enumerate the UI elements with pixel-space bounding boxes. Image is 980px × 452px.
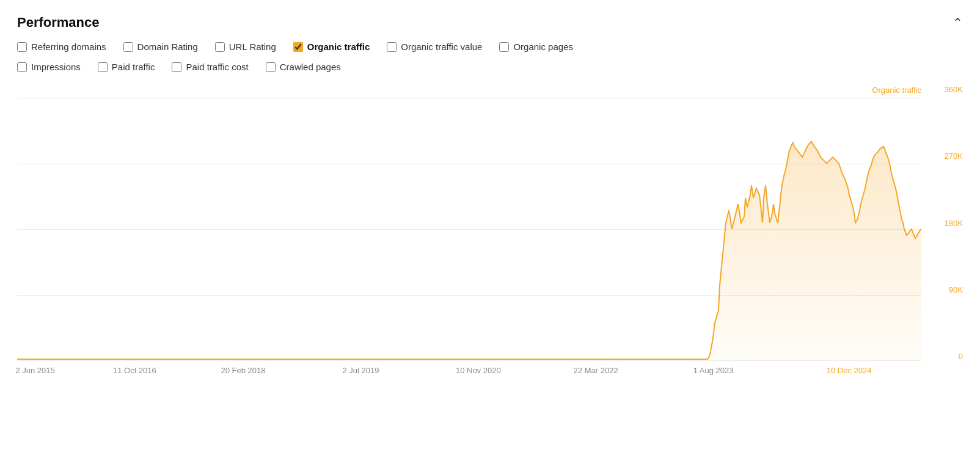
checkbox-label-domain-rating: Domain Rating xyxy=(137,42,198,52)
chart-area-fill xyxy=(17,142,921,360)
checkbox-item-organic-traffic[interactable]: Organic traffic xyxy=(293,42,370,52)
checkbox-item-organic-traffic-value[interactable]: Organic traffic value xyxy=(387,42,482,52)
y-label-270k: 270K xyxy=(945,152,963,160)
checkbox-item-paid-traffic-cost[interactable]: Paid traffic cost xyxy=(172,62,248,72)
x-label-jul2019: 2 Jul 2019 xyxy=(342,366,379,375)
checkbox-item-organic-pages[interactable]: Organic pages xyxy=(499,42,573,52)
checkbox-organic-pages[interactable] xyxy=(499,42,509,52)
chart-x-axis: 2 Jun 2015 11 Oct 2016 20 Feb 2018 2 Jul… xyxy=(17,362,921,379)
checkbox-referring-domains[interactable] xyxy=(17,42,27,52)
checkbox-organic-traffic-value[interactable] xyxy=(387,42,397,52)
checkbox-paid-traffic-cost[interactable] xyxy=(172,62,181,72)
checkbox-label-referring-domains: Referring domains xyxy=(31,42,106,52)
checkbox-label-paid-traffic-cost: Paid traffic cost xyxy=(186,62,248,72)
checkbox-organic-traffic[interactable] xyxy=(293,42,303,52)
checkbox-label-impressions: Impressions xyxy=(31,62,81,72)
checkbox-label-crawled-pages: Crawled pages xyxy=(280,62,341,72)
checkbox-item-paid-traffic[interactable]: Paid traffic xyxy=(98,62,155,72)
x-label-feb2018: 20 Feb 2018 xyxy=(221,366,265,375)
x-label-mar2022: 22 Mar 2022 xyxy=(574,366,618,375)
page-title: Performance xyxy=(17,15,100,31)
x-label-nov2020: 10 Nov 2020 xyxy=(456,366,501,375)
checkbox-row-1: Referring domainsDomain RatingURL Rating… xyxy=(17,42,963,59)
x-label-aug2023: 1 Aug 2023 xyxy=(693,366,734,375)
x-label-dec2024: 10 Dec 2024 xyxy=(827,366,872,375)
checkbox-label-organic-pages: Organic pages xyxy=(513,42,573,52)
checkbox-paid-traffic[interactable] xyxy=(98,62,108,72)
checkbox-impressions[interactable] xyxy=(17,62,27,72)
y-label-180k: 180K xyxy=(945,219,963,227)
x-label-jun2015: 2 Jun 2015 xyxy=(15,366,54,375)
chart-legend-organic-traffic: Organic traffic xyxy=(872,86,921,95)
collapse-icon[interactable]: ⌃ xyxy=(953,15,963,30)
checkbox-item-domain-rating[interactable]: Domain Rating xyxy=(123,42,198,52)
x-label-oct2016: 11 Oct 2016 xyxy=(113,366,156,375)
y-label-0: 0 xyxy=(959,352,963,360)
chart-y-axis: 360K 270K 180K 90K 0 xyxy=(926,86,963,360)
chart-inner xyxy=(17,98,921,360)
checkbox-item-crawled-pages[interactable]: Crawled pages xyxy=(266,62,341,72)
checkbox-label-paid-traffic: Paid traffic xyxy=(112,62,155,72)
checkbox-crawled-pages[interactable] xyxy=(266,62,276,72)
checkbox-label-organic-traffic: Organic traffic xyxy=(307,42,370,52)
chart-svg xyxy=(17,98,921,360)
checkbox-label-url-rating: URL Rating xyxy=(229,42,276,52)
checkbox-item-url-rating[interactable]: URL Rating xyxy=(215,42,276,52)
checkbox-row-2: ImpressionsPaid trafficPaid traffic cost… xyxy=(17,62,963,79)
y-label-90k: 90K xyxy=(949,286,963,294)
grid-line-bottom xyxy=(17,360,921,361)
checkbox-label-organic-traffic-value: Organic traffic value xyxy=(401,42,482,52)
checkbox-domain-rating[interactable] xyxy=(123,42,133,52)
y-label-360k: 360K xyxy=(945,86,963,93)
performance-chart: Organic traffic xyxy=(17,86,963,379)
checkbox-item-referring-domains[interactable]: Referring domains xyxy=(17,42,106,52)
checkbox-item-impressions[interactable]: Impressions xyxy=(17,62,81,72)
checkbox-url-rating[interactable] xyxy=(215,42,225,52)
